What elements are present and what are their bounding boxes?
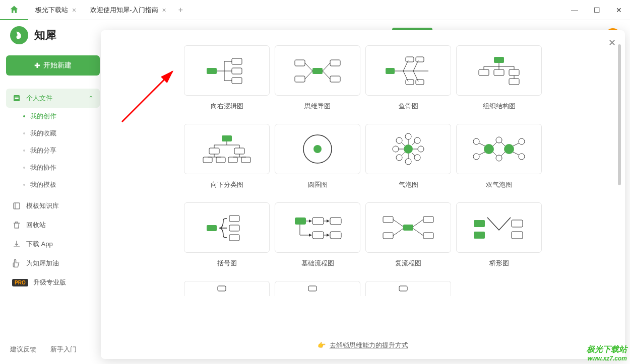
svg-rect-6	[15, 98, 19, 99]
tab-2[interactable]: 欢迎使用知犀-入门指南 ×	[83, 0, 173, 20]
titlebar: 极光下载站 × 欢迎使用知犀-入门指南 × + — ☐ ✕	[0, 0, 630, 20]
template-label: 向下分类图	[211, 180, 243, 189]
new-tab-button[interactable]: +	[173, 6, 188, 15]
template-card-9[interactable]: 基础流程图	[275, 202, 360, 268]
window-close-button[interactable]: ✕	[608, 0, 630, 20]
template-thumbnail	[184, 281, 270, 296]
svg-point-71	[396, 155, 402, 161]
svg-rect-109	[403, 225, 413, 231]
tab-2-label: 欢迎使用知犀-入门指南	[90, 6, 158, 15]
template-card-3[interactable]: 组织结构图	[456, 45, 542, 111]
sidebar-item-upgrade[interactable]: PRO 升级专业版	[6, 273, 100, 292]
svg-point-81	[484, 144, 494, 154]
template-card-5[interactable]: 圆圈图	[275, 124, 360, 189]
svg-rect-42	[479, 69, 489, 76]
svg-point-63	[313, 145, 322, 153]
svg-rect-110	[383, 216, 393, 223]
svg-point-67	[393, 146, 399, 152]
template-card-11[interactable]: 桥形图	[456, 202, 542, 268]
svg-rect-97	[207, 225, 217, 231]
svg-line-115	[393, 229, 403, 236]
template-thumbnail	[365, 202, 451, 253]
svg-rect-26	[386, 68, 395, 74]
template-card-2[interactable]: 鱼骨图	[365, 45, 451, 111]
sidebar-item-personal[interactable]: 个人文件 ⌃	[6, 89, 100, 108]
svg-line-92	[493, 152, 497, 156]
app-name: 知犀	[34, 28, 56, 43]
svg-rect-99	[229, 225, 239, 231]
svg-point-87	[519, 138, 525, 144]
start-create-label: 开始新建	[43, 61, 72, 70]
start-create-button[interactable]: ✚ 开始新建	[6, 55, 100, 76]
svg-line-117	[413, 229, 423, 236]
tab-1[interactable]: 极光下载站 ×	[28, 0, 83, 20]
template-thumbnail	[365, 124, 451, 174]
scrollbar-thumb[interactable]	[618, 44, 621, 185]
footer-guide-link[interactable]: 新手入门	[50, 345, 77, 354]
svg-line-114	[393, 220, 403, 227]
svg-rect-105	[330, 232, 341, 239]
svg-rect-61	[241, 157, 250, 163]
template-card-4[interactable]: 向下分类图	[184, 124, 270, 189]
home-tab[interactable]	[0, 0, 28, 20]
template-card-partial[interactable]	[184, 281, 270, 296]
sidebar-item-recycle[interactable]: 回收站	[6, 215, 100, 235]
template-card-10[interactable]: 复流程图	[365, 202, 451, 268]
sidebar-sub-creations[interactable]: 我的创作	[6, 108, 100, 125]
template-label: 双气泡图	[486, 180, 512, 189]
svg-point-65	[405, 133, 411, 139]
sidebar-item-template-lib[interactable]: 模板知识库	[6, 196, 100, 215]
template-thumbnail	[275, 45, 360, 96]
template-label: 基础流程图	[301, 259, 334, 268]
svg-rect-100	[229, 235, 239, 241]
sidebar-personal-label: 个人文件	[26, 94, 52, 103]
svg-rect-113	[423, 233, 433, 239]
app-logo-icon	[10, 26, 28, 44]
template-thumbnail	[456, 45, 542, 96]
svg-rect-102	[312, 217, 324, 225]
sidebar-sub-favorites[interactable]: 我的收藏	[6, 125, 100, 142]
window-maximize-button[interactable]: ☐	[586, 0, 608, 20]
footer-feedback-link[interactable]: 建议反馈	[10, 345, 36, 354]
svg-rect-53	[234, 148, 244, 154]
svg-line-77	[402, 142, 405, 145]
template-label: 向右逻辑图	[211, 102, 243, 111]
window-minimize-button[interactable]: —	[563, 0, 586, 20]
sidebar-sub-shares[interactable]: 我的分享	[6, 142, 100, 159]
svg-rect-121	[512, 232, 523, 239]
svg-line-19	[305, 71, 312, 79]
template-thumbnail	[184, 202, 270, 253]
template-card-partial[interactable]	[275, 281, 360, 296]
svg-line-18	[305, 63, 312, 71]
svg-rect-120	[512, 220, 523, 227]
template-card-1[interactable]: 思维导图	[275, 45, 360, 111]
sidebar-item-download[interactable]: 下载 App	[6, 235, 100, 254]
template-card-7[interactable]: 双气泡图	[456, 124, 542, 189]
svg-rect-118	[474, 220, 485, 227]
template-thumbnail	[456, 202, 542, 253]
sidebar-item-cheer[interactable]: 为知犀加油	[6, 254, 100, 273]
svg-rect-119	[474, 232, 485, 239]
template-thumbnail	[275, 281, 360, 296]
template-card-8[interactable]: 括号图	[184, 202, 270, 268]
tab-1-close-icon[interactable]: ×	[72, 6, 76, 14]
template-card-partial[interactable]	[365, 281, 451, 296]
svg-rect-15	[232, 68, 242, 74]
svg-point-82	[504, 144, 514, 154]
svg-rect-57	[216, 157, 225, 163]
sidebar-sub-templates[interactable]: 我的模板	[6, 176, 100, 193]
template-card-6[interactable]: 气泡图	[365, 124, 451, 189]
modal-unlock-link[interactable]: 去解锁思维能力的提升方式	[330, 341, 408, 349]
svg-rect-24	[330, 60, 340, 66]
template-thumbnail	[184, 124, 270, 174]
svg-rect-8	[207, 68, 217, 74]
pro-badge: PRO	[12, 279, 28, 286]
tab-1-label: 极光下载站	[35, 6, 68, 15]
template-card-0[interactable]: 向右逻辑图	[184, 45, 270, 111]
svg-line-78	[412, 142, 415, 145]
tab-2-close-icon[interactable]: ×	[162, 6, 166, 14]
svg-rect-34	[406, 80, 414, 85]
template-label: 圆圈图	[308, 180, 328, 189]
svg-point-83	[473, 138, 479, 144]
sidebar-sub-collab[interactable]: 我的协作	[6, 159, 100, 176]
